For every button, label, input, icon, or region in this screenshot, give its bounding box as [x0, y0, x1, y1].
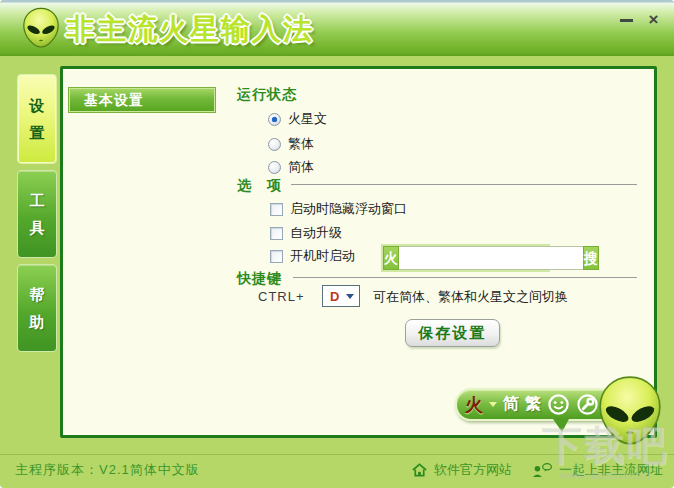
chevron-down-icon[interactable] [489, 402, 497, 407]
smiley-icon[interactable] [547, 393, 570, 416]
mars-search-widget: 火 搜 [383, 246, 548, 270]
app-window: 非主流火星输入法 × 设置 工具 帮助 基本设置 运行状态 火星文 繁体 简体 … [0, 0, 674, 488]
nonmainstream-url-link[interactable]: 一起上非主流网址 [531, 461, 663, 479]
wrench-icon[interactable] [576, 393, 599, 416]
radio-simplified-control [268, 161, 281, 174]
radio-mars-control [268, 113, 281, 126]
checkbox-auto-update[interactable]: 自动升级 [270, 224, 342, 242]
mars-search-input[interactable] [399, 246, 583, 270]
tab-settings-label: 设置 [28, 92, 46, 146]
checkbox-hide-float[interactable]: 启动时隐藏浮动窗口 [270, 200, 407, 218]
checkbox-hide-float-label: 启动时隐藏浮动窗口 [290, 200, 407, 218]
version-text: 主程序版本：V2.1简体中文版 [15, 461, 200, 479]
statusbar-divider [0, 454, 674, 455]
checkbox-auto-update-label: 自动升级 [290, 224, 342, 242]
checkbox-auto-update-control [270, 227, 283, 240]
official-website-label: 软件官方网站 [434, 461, 512, 479]
official-website-link[interactable]: 软件官方网站 [411, 461, 512, 479]
radio-mars-label: 火星文 [288, 110, 327, 128]
ime-traditional-mode[interactable]: 繁 [525, 394, 541, 415]
divider [293, 277, 637, 278]
checkbox-run-at-boot-label: 开机时启动 [290, 247, 355, 265]
settings-panel: 基本设置 运行状态 火星文 繁体 简体 选 项 启动时隐藏浮动窗口 自动升级 开 [60, 66, 657, 438]
minimize-icon [620, 19, 633, 22]
hotkey-key-select[interactable]: D [322, 285, 360, 307]
home-icon [411, 462, 428, 478]
search-button[interactable]: 搜 [583, 246, 599, 270]
nonmainstream-url-label: 一起上非主流网址 [559, 461, 663, 479]
ime-mars-mode[interactable]: 火 [465, 393, 483, 417]
checkbox-run-at-boot[interactable]: 开机时启动 [270, 247, 355, 265]
radio-traditional-control [268, 138, 281, 151]
tab-help[interactable]: 帮助 [17, 264, 57, 352]
ime-simplified-mode[interactable]: 简 [503, 394, 519, 415]
close-button[interactable]: × [646, 13, 661, 28]
minimize-button[interactable] [620, 13, 633, 26]
person-chat-icon [531, 462, 553, 479]
tab-tools-label: 工具 [28, 187, 46, 241]
tab-help-label: 帮助 [28, 281, 46, 335]
alien-mascot-icon[interactable] [597, 375, 663, 447]
title-bar: 非主流火星输入法 × [0, 0, 674, 56]
tab-settings[interactable]: 设置 [17, 74, 57, 164]
chevron-down-icon [346, 294, 354, 299]
save-settings-button[interactable]: 保存设置 [405, 319, 500, 347]
hotkey-prefix: CTRL+ [258, 289, 305, 304]
run-status-label: 运行状态 [237, 86, 297, 104]
checkbox-hide-float-control [270, 203, 283, 216]
radio-traditional[interactable]: 繁体 [268, 135, 314, 153]
window-title: 非主流火星输入法 [66, 10, 314, 50]
divider [291, 184, 637, 185]
basic-settings-header: 基本设置 [68, 87, 216, 113]
radio-mars[interactable]: 火星文 [268, 110, 327, 128]
radio-simplified-label: 简体 [288, 158, 314, 176]
options-label: 选 项 [237, 177, 282, 195]
hotkey-key-value: D [323, 289, 346, 304]
tab-tools[interactable]: 工具 [17, 170, 57, 258]
hotkey-label: 快捷键 [237, 270, 282, 288]
radio-traditional-label: 繁体 [288, 135, 314, 153]
mars-button[interactable]: 火 [383, 246, 399, 270]
alien-logo-icon [22, 7, 60, 49]
radio-simplified[interactable]: 简体 [268, 158, 314, 176]
hotkey-hint: 可在简体、繁体和火星文之间切换 [373, 288, 568, 306]
checkbox-run-at-boot-control [270, 250, 283, 263]
ime-toolbar-tail [553, 419, 569, 432]
